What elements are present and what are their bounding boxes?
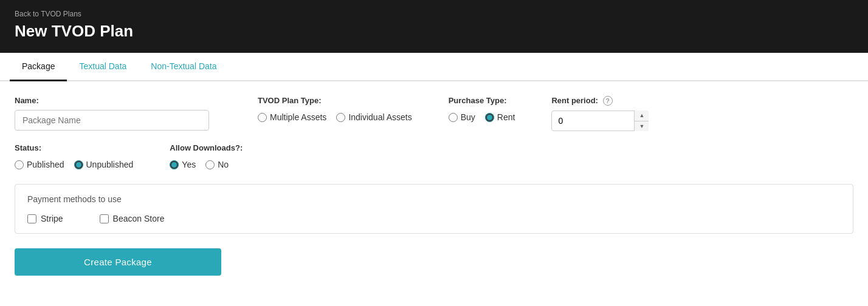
payment-stripe[interactable]: Stripe xyxy=(27,214,63,223)
tvod-plan-type-individual-label: Individual Assets xyxy=(348,112,412,122)
name-label: Name: xyxy=(15,96,209,105)
status-group: Published Unpublished xyxy=(15,160,133,169)
purchase-type-buy-label: Buy xyxy=(461,112,475,122)
rent-period-label: Rent period: ? xyxy=(551,96,649,106)
tab-textual-data[interactable]: Textual Data xyxy=(67,53,139,81)
payment-beacon-store-label: Beacon Store xyxy=(113,214,165,223)
status-label: Status: xyxy=(15,143,133,152)
form-content: Name: TVOD Plan Type: Multiple Assets In… xyxy=(0,81,868,290)
allow-downloads-group: Yes No xyxy=(170,160,243,169)
tab-non-textual-data[interactable]: Non-Textual Data xyxy=(139,53,229,81)
purchase-type-group: Buy Rent xyxy=(449,112,515,122)
status-unpublished-radio[interactable] xyxy=(74,160,83,169)
payment-methods-title: Payment methods to use xyxy=(27,194,841,204)
allow-downloads-yes-label: Yes xyxy=(182,160,196,169)
payment-stripe-checkbox[interactable] xyxy=(27,214,36,223)
name-input[interactable] xyxy=(15,110,209,131)
allow-downloads-no-radio[interactable] xyxy=(205,160,215,169)
tvod-plan-type-multiple[interactable]: Multiple Assets xyxy=(258,112,326,122)
header: Back to TVOD Plans New TVOD Plan xyxy=(0,0,868,53)
page-title: New TVOD Plan xyxy=(15,22,853,41)
status-row: Status: Published Unpublished Allow Down… xyxy=(15,143,853,169)
tvod-plan-type-individual[interactable]: Individual Assets xyxy=(336,112,412,122)
tab-package[interactable]: Package xyxy=(10,53,67,81)
back-link[interactable]: Back to TVOD Plans xyxy=(15,10,853,18)
payment-beacon-store[interactable]: Beacon Store xyxy=(100,214,165,223)
tabs-bar: Package Textual Data Non-Textual Data xyxy=(0,53,868,81)
purchase-type-label: Purchase Type: xyxy=(449,96,515,105)
payment-beacon-store-checkbox[interactable] xyxy=(100,214,109,223)
purchase-type-rent-label: Rent xyxy=(497,112,515,122)
allow-downloads-yes-radio[interactable] xyxy=(170,160,179,169)
purchase-type-rent-radio[interactable] xyxy=(485,113,494,122)
allow-downloads-no-label: No xyxy=(218,160,229,169)
tvod-plan-type-multiple-label: Multiple Assets xyxy=(270,112,326,122)
purchase-type-rent[interactable]: Rent xyxy=(485,112,515,122)
rent-period-spinners: ▲ ▼ xyxy=(634,110,649,131)
status-published-label: Published xyxy=(27,160,64,169)
allow-downloads-no[interactable]: No xyxy=(205,160,229,169)
rent-period-decrement[interactable]: ▼ xyxy=(635,121,649,132)
allow-downloads-yes[interactable]: Yes xyxy=(170,160,196,169)
purchase-type-buy-radio[interactable] xyxy=(449,113,458,122)
create-package-button[interactable]: Create Package xyxy=(15,248,221,276)
payment-methods-group: Stripe Beacon Store xyxy=(27,214,841,223)
tvod-plan-type-group: Multiple Assets Individual Assets xyxy=(258,112,412,122)
payment-stripe-label: Stripe xyxy=(41,214,63,223)
payment-methods-box: Payment methods to use Stripe Beacon Sto… xyxy=(15,184,853,234)
status-unpublished[interactable]: Unpublished xyxy=(74,160,134,169)
rent-period-increment[interactable]: ▲ xyxy=(635,110,649,121)
status-published[interactable]: Published xyxy=(15,160,64,169)
rent-period-wrapper: ▲ ▼ xyxy=(551,110,649,131)
status-unpublished-label: Unpublished xyxy=(86,160,134,169)
tvod-plan-type-multiple-radio[interactable] xyxy=(258,113,267,122)
tvod-plan-type-label: TVOD Plan Type: xyxy=(258,96,412,105)
purchase-type-buy[interactable]: Buy xyxy=(449,112,475,122)
status-published-radio[interactable] xyxy=(15,160,24,169)
tvod-plan-type-individual-radio[interactable] xyxy=(336,113,345,122)
rent-period-help-icon[interactable]: ? xyxy=(603,96,613,106)
allow-downloads-label: Allow Downloads?: xyxy=(170,143,243,152)
